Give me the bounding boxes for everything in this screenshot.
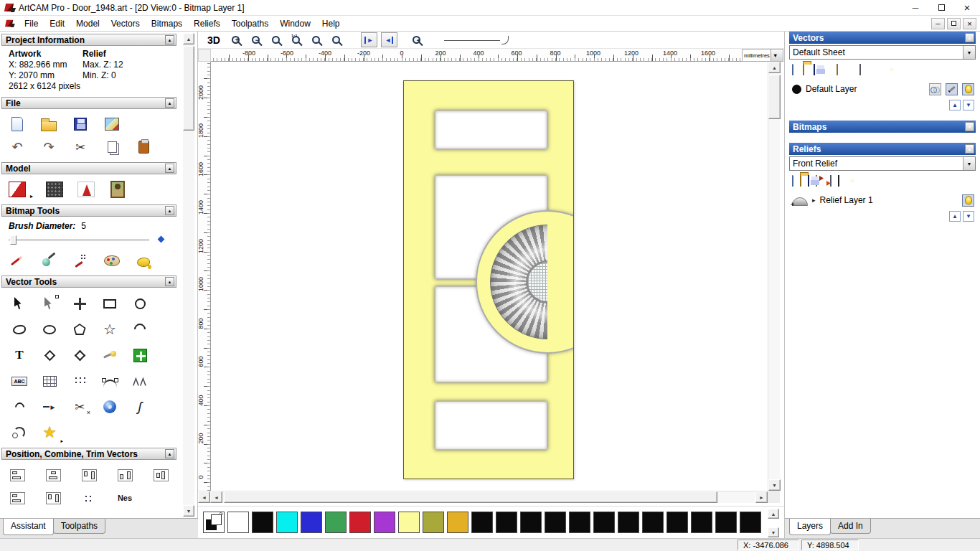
sheet-dropdown-button[interactable]: ▼ [963, 46, 975, 59]
palette-swatch[interactable] [569, 512, 590, 533]
create-freeform-button[interactable] [4, 316, 34, 342]
undo-button[interactable]: ↶ [7, 137, 27, 157]
collapse-section-button[interactable]: ▲ [165, 35, 174, 44]
collapse-section-button[interactable]: ▲ [165, 277, 174, 286]
save-vector-layer-button[interactable] [814, 65, 815, 75]
menu-model[interactable]: Model [70, 17, 105, 31]
minimize-button[interactable]: ─ [903, 0, 928, 15]
canvas-vertical-scrollbar[interactable]: ▲ ▼ [768, 62, 780, 491]
scroll-down-button[interactable]: ▼ [768, 479, 781, 491]
scroll-thumb[interactable] [768, 75, 781, 119]
scroll-up-button[interactable]: ▲ [183, 33, 194, 44]
palette-swatch[interactable] [666, 512, 688, 533]
zoom-out-button[interactable]: − [248, 32, 264, 47]
scroll-thumb[interactable] [183, 46, 194, 131]
mirror-vertical-button[interactable] [43, 488, 63, 508]
create-arc-button[interactable] [125, 316, 155, 342]
move-layer-down-button[interactable]: ▼ [963, 211, 974, 222]
move-layer-down-button[interactable]: ▼ [963, 100, 974, 110]
wrap-text-button[interactable] [95, 342, 125, 368]
paint-brush-button[interactable] [7, 250, 27, 270]
palette-swatch[interactable] [618, 512, 639, 533]
calculate-relief-button[interactable] [838, 176, 839, 186]
assistant-scrollbar[interactable]: ▲ ▼ [183, 33, 194, 517]
text-abc-button[interactable]: ABC [4, 368, 34, 394]
draw-tool-button[interactable] [39, 250, 59, 270]
palette-swatch[interactable] [349, 512, 371, 533]
zoom-1to1-button[interactable]: 1:1 [288, 32, 304, 47]
scroll-thumb[interactable] [224, 491, 717, 503]
scroll-right-button[interactable]: ► [755, 491, 768, 503]
relief-dropdown-button[interactable]: ▼ [963, 157, 975, 170]
align-bottom-button[interactable] [115, 465, 135, 485]
palette-scrollbar[interactable]: ▲ ▼ [768, 509, 780, 537]
fit-polyline-button[interactable] [125, 368, 155, 394]
select-vectors-button[interactable] [4, 291, 34, 316]
primary-secondary-colour-indicator[interactable]: ↷ [203, 512, 225, 533]
trim-vectors-button[interactable]: ✂× [65, 394, 95, 420]
spray-tool-button[interactable] [70, 250, 90, 270]
zoom-fit-objects-button[interactable] [308, 32, 324, 47]
menu-window[interactable]: Window [274, 17, 316, 31]
fit-curve-button[interactable] [95, 368, 125, 394]
restore-button[interactable] [928, 0, 954, 15]
create-3d-blend-button[interactable] [95, 394, 125, 420]
nesting-button[interactable]: Nes [115, 488, 135, 508]
slider-track[interactable] [9, 240, 149, 240]
paste-array-button[interactable] [65, 368, 95, 394]
zoom-previous-button[interactable]: ◄ [408, 32, 425, 47]
zoom-in-button[interactable]: + [227, 32, 244, 47]
section-profile-button[interactable] [4, 420, 34, 446]
palette-swatch[interactable] [545, 512, 566, 533]
new-relief-layer-button[interactable] [792, 176, 793, 186]
mirror-horizontal-button[interactable] [7, 488, 27, 508]
slider-thumb[interactable] [10, 235, 17, 245]
collapse-section-button[interactable]: ▲ [165, 98, 174, 108]
adjust-model-button[interactable] [7, 179, 27, 199]
palette-swatch[interactable] [740, 512, 761, 533]
palette-swatch[interactable] [496, 512, 517, 533]
palette-swatch[interactable] [325, 512, 347, 533]
mdi-close-button[interactable]: × [963, 18, 976, 29]
palette-swatch[interactable] [252, 512, 273, 533]
zoom-box-button[interactable] [268, 32, 284, 47]
canvas-horizontal-scrollbar[interactable]: ◄ ◄ ► [198, 491, 768, 503]
create-star-wizard-button[interactable]: ★▸ [34, 420, 65, 446]
zoom-fit-page-button[interactable] [328, 32, 344, 47]
paste-on-grid-button[interactable] [34, 368, 65, 394]
redo-button[interactable]: ↷ [39, 137, 59, 157]
create-rectangle-button[interactable] [95, 291, 125, 316]
relief-select[interactable]: Front Relief ▼ [789, 156, 976, 171]
new-model-button[interactable] [7, 114, 27, 134]
vector-layer-row[interactable]: Default Layer [789, 80, 976, 98]
menu-edit[interactable]: Edit [44, 17, 70, 31]
relief-layer-row[interactable]: + ▸ Relief Layer 1 [789, 192, 976, 209]
new-sheet-button[interactable] [859, 65, 861, 75]
line-width-slider[interactable] [444, 34, 510, 46]
palette-swatch[interactable] [301, 512, 322, 533]
transform-vectors-button[interactable] [65, 291, 95, 316]
scroll-left-button[interactable]: ◄ [210, 491, 222, 503]
create-ellipse-button[interactable] [34, 316, 65, 342]
align-centre-button[interactable] [43, 465, 63, 485]
create-star-button[interactable]: ☆ [95, 316, 125, 342]
model-lighting-button[interactable] [76, 179, 96, 199]
scroll-down-button[interactable]: ▼ [768, 527, 779, 537]
units-dropdown-button[interactable]: ▼ [771, 50, 783, 61]
layer-colour-swatch[interactable] [792, 85, 801, 94]
palette-swatch[interactable] [593, 512, 615, 533]
collapse-section-button[interactable]: ▲ [165, 164, 174, 173]
menu-reliefs[interactable]: Reliefs [188, 17, 226, 31]
scatter-copies-button[interactable] [79, 488, 99, 508]
cut-button[interactable]: ✂ [70, 137, 90, 157]
copy-button[interactable] [102, 137, 122, 157]
drawing-canvas[interactable] [211, 62, 768, 491]
snap-toggle-right-button[interactable]: ► [361, 32, 377, 47]
create-circle-button[interactable] [125, 291, 155, 316]
menu-bitmaps[interactable]: Bitmaps [146, 17, 188, 31]
palette-swatch[interactable] [691, 512, 712, 533]
tab-layers[interactable]: Layers [789, 519, 831, 535]
scroll-up-button[interactable]: ▲ [768, 509, 779, 519]
paste-button[interactable] [133, 137, 154, 157]
palette-swatch[interactable] [520, 512, 542, 533]
